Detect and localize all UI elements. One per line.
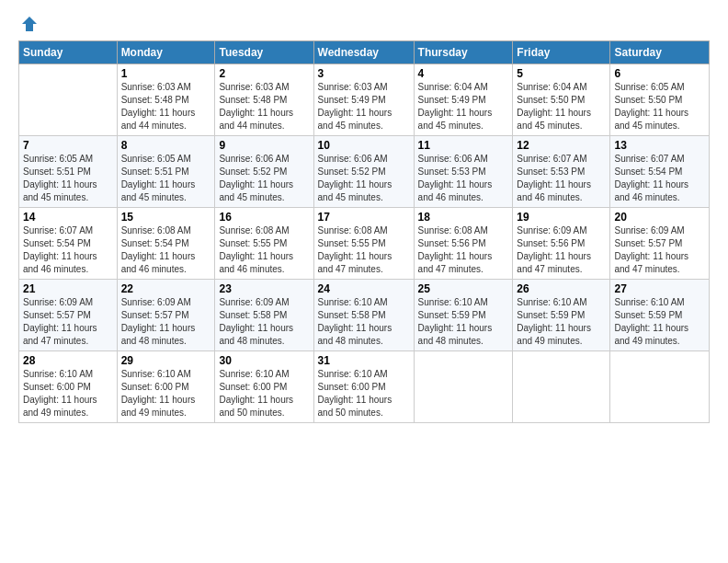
day-number: 30 [219,354,309,367]
day-info: Sunrise: 6:10 AMSunset: 6:00 PMDaylight:… [23,368,113,419]
day-cell [19,64,118,136]
day-cell [414,351,513,423]
day-cell: 30Sunrise: 6:10 AMSunset: 6:00 PMDayligh… [215,351,313,423]
day-info: Sunrise: 6:07 AMSunset: 5:53 PMDaylight:… [517,153,606,204]
col-header-monday: Monday [117,41,215,64]
day-number: 18 [418,211,509,224]
day-cell: 18Sunrise: 6:08 AMSunset: 5:56 PMDayligh… [414,208,513,280]
day-info: Sunrise: 6:08 AMSunset: 5:56 PMDaylight:… [418,224,509,276]
day-cell: 26Sunrise: 6:10 AMSunset: 5:59 PMDayligh… [513,280,610,351]
week-row-2: 7Sunrise: 6:05 AMSunset: 5:51 PMDaylight… [19,136,710,208]
day-cell: 25Sunrise: 6:10 AMSunset: 5:59 PMDayligh… [414,280,513,351]
day-number: 9 [219,139,309,152]
day-number: 27 [614,282,705,295]
day-number: 23 [219,282,309,295]
day-number: 28 [23,354,113,367]
day-info: Sunrise: 6:06 AMSunset: 5:53 PMDaylight:… [418,153,509,204]
day-number: 19 [517,211,606,224]
day-info: Sunrise: 6:08 AMSunset: 5:55 PMDaylight:… [219,224,309,276]
logo-icon [20,15,39,33]
day-number: 14 [23,211,113,224]
calendar-table: SundayMondayTuesdayWednesdayThursdayFrid… [18,40,710,423]
day-cell: 19Sunrise: 6:09 AMSunset: 5:56 PMDayligh… [513,208,610,280]
day-number: 15 [121,211,211,224]
week-row-4: 21Sunrise: 6:09 AMSunset: 5:57 PMDayligh… [19,280,710,351]
day-cell: 31Sunrise: 6:10 AMSunset: 6:00 PMDayligh… [313,351,414,423]
day-cell: 5Sunrise: 6:04 AMSunset: 5:50 PMDaylight… [513,64,610,136]
day-cell: 16Sunrise: 6:08 AMSunset: 5:55 PMDayligh… [215,208,313,280]
day-cell: 20Sunrise: 6:09 AMSunset: 5:57 PMDayligh… [610,208,710,280]
day-cell [513,351,610,423]
header [18,15,710,33]
day-cell: 24Sunrise: 6:10 AMSunset: 5:58 PMDayligh… [313,280,414,351]
day-number: 12 [517,139,606,152]
day-number: 11 [418,139,509,152]
day-number: 3 [318,67,410,80]
day-info: Sunrise: 6:05 AMSunset: 5:50 PMDaylight:… [614,81,705,132]
day-info: Sunrise: 6:09 AMSunset: 5:56 PMDaylight:… [517,224,606,276]
day-cell: 13Sunrise: 6:07 AMSunset: 5:54 PMDayligh… [610,136,710,208]
day-number: 22 [121,282,211,295]
day-info: Sunrise: 6:05 AMSunset: 5:51 PMDaylight:… [23,153,113,204]
day-info: Sunrise: 6:10 AMSunset: 5:59 PMDaylight:… [517,296,606,348]
day-cell: 4Sunrise: 6:04 AMSunset: 5:49 PMDaylight… [414,64,513,136]
day-info: Sunrise: 6:10 AMSunset: 5:59 PMDaylight:… [614,296,705,348]
day-info: Sunrise: 6:06 AMSunset: 5:52 PMDaylight:… [318,153,410,204]
day-number: 8 [121,139,211,152]
day-info: Sunrise: 6:09 AMSunset: 5:57 PMDaylight:… [23,296,113,348]
day-info: Sunrise: 6:09 AMSunset: 5:58 PMDaylight:… [219,296,309,348]
day-number: 4 [418,67,509,80]
day-info: Sunrise: 6:04 AMSunset: 5:50 PMDaylight:… [517,81,606,132]
day-info: Sunrise: 6:03 AMSunset: 5:49 PMDaylight:… [318,81,410,132]
col-header-saturday: Saturday [610,41,710,64]
col-header-sunday: Sunday [19,41,118,64]
day-number: 24 [318,282,410,295]
day-cell: 28Sunrise: 6:10 AMSunset: 6:00 PMDayligh… [19,351,118,423]
day-number: 13 [614,139,705,152]
day-info: Sunrise: 6:10 AMSunset: 5:58 PMDaylight:… [318,296,410,348]
svg-marker-0 [22,17,37,31]
day-number: 1 [121,67,211,80]
col-header-friday: Friday [513,41,610,64]
day-cell: 14Sunrise: 6:07 AMSunset: 5:54 PMDayligh… [19,208,118,280]
day-cell: 10Sunrise: 6:06 AMSunset: 5:52 PMDayligh… [313,136,414,208]
day-cell: 2Sunrise: 6:03 AMSunset: 5:48 PMDaylight… [215,64,313,136]
day-cell: 27Sunrise: 6:10 AMSunset: 5:59 PMDayligh… [610,280,710,351]
day-cell: 22Sunrise: 6:09 AMSunset: 5:57 PMDayligh… [117,280,215,351]
day-number: 21 [23,282,113,295]
day-cell: 9Sunrise: 6:06 AMSunset: 5:52 PMDaylight… [215,136,313,208]
day-info: Sunrise: 6:10 AMSunset: 6:00 PMDaylight:… [219,368,309,419]
day-number: 16 [219,211,309,224]
day-number: 29 [121,354,211,367]
day-info: Sunrise: 6:10 AMSunset: 6:00 PMDaylight:… [318,368,410,419]
col-header-wednesday: Wednesday [313,41,414,64]
day-cell: 3Sunrise: 6:03 AMSunset: 5:49 PMDaylight… [313,64,414,136]
day-cell: 6Sunrise: 6:05 AMSunset: 5:50 PMDaylight… [610,64,710,136]
day-number: 25 [418,282,509,295]
day-number: 31 [318,354,410,367]
logo [18,15,39,33]
day-info: Sunrise: 6:06 AMSunset: 5:52 PMDaylight:… [219,153,309,204]
day-number: 2 [219,67,309,80]
day-info: Sunrise: 6:09 AMSunset: 5:57 PMDaylight:… [614,224,705,276]
day-info: Sunrise: 6:08 AMSunset: 5:55 PMDaylight:… [318,224,410,276]
day-info: Sunrise: 6:09 AMSunset: 5:57 PMDaylight:… [121,296,211,348]
day-number: 26 [517,282,606,295]
week-row-5: 28Sunrise: 6:10 AMSunset: 6:00 PMDayligh… [19,351,710,423]
day-info: Sunrise: 6:04 AMSunset: 5:49 PMDaylight:… [418,81,509,132]
day-number: 6 [614,67,705,80]
day-number: 5 [517,67,606,80]
day-number: 20 [614,211,705,224]
day-info: Sunrise: 6:03 AMSunset: 5:48 PMDaylight:… [121,81,211,132]
day-info: Sunrise: 6:10 AMSunset: 6:00 PMDaylight:… [121,368,211,419]
col-header-thursday: Thursday [414,41,513,64]
day-cell: 7Sunrise: 6:05 AMSunset: 5:51 PMDaylight… [19,136,118,208]
day-cell: 15Sunrise: 6:08 AMSunset: 5:54 PMDayligh… [117,208,215,280]
day-info: Sunrise: 6:10 AMSunset: 5:59 PMDaylight:… [418,296,509,348]
day-info: Sunrise: 6:03 AMSunset: 5:48 PMDaylight:… [219,81,309,132]
day-cell: 29Sunrise: 6:10 AMSunset: 6:00 PMDayligh… [117,351,215,423]
day-info: Sunrise: 6:07 AMSunset: 5:54 PMDaylight:… [614,153,705,204]
day-cell: 1Sunrise: 6:03 AMSunset: 5:48 PMDaylight… [117,64,215,136]
day-cell: 12Sunrise: 6:07 AMSunset: 5:53 PMDayligh… [513,136,610,208]
day-info: Sunrise: 6:08 AMSunset: 5:54 PMDaylight:… [121,224,211,276]
